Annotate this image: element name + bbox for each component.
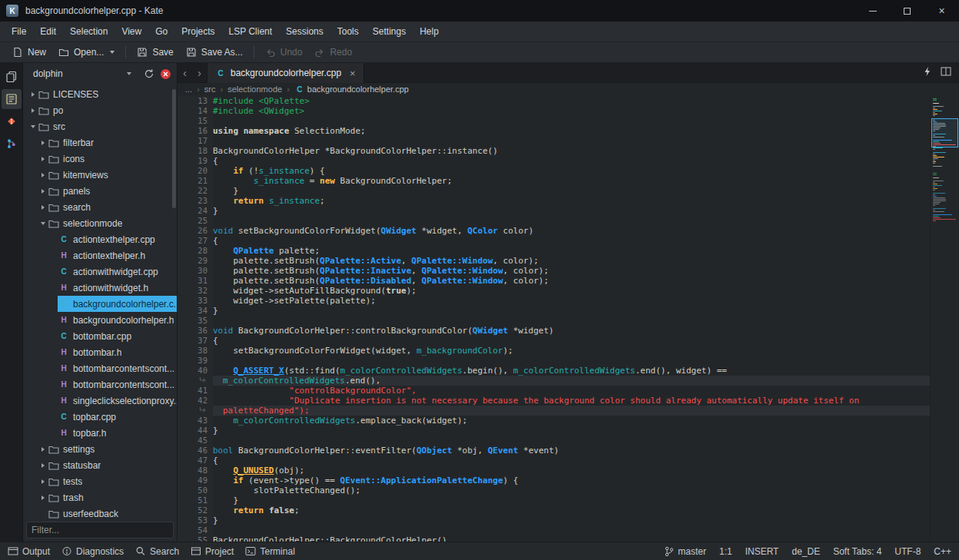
tree-folder-tests[interactable]: tests	[23, 473, 177, 489]
menu-sessions[interactable]: Sessions	[279, 23, 330, 40]
chevron-right-icon[interactable]	[38, 495, 48, 500]
tree-folder-panels[interactable]: panels	[23, 183, 177, 199]
tree-file-bottombar-cpp[interactable]: Cbottombar.cpp	[23, 328, 177, 344]
tab-back-button[interactable]: ‹	[178, 66, 192, 79]
tree-folder-kitemviews[interactable]: kitemviews	[23, 167, 177, 183]
menu-go[interactable]: Go	[148, 23, 174, 40]
tree-file-bottombar-h[interactable]: Hbottombar.h	[23, 344, 177, 360]
sidebar-tool-git[interactable]	[2, 111, 22, 131]
split-view-icon[interactable]	[941, 67, 951, 78]
tree-folder-search[interactable]: search	[23, 199, 177, 215]
status-1-1[interactable]: 1:1	[719, 546, 732, 557]
tree-folder-icons[interactable]: icons	[23, 151, 177, 167]
status-soft-tabs-4[interactable]: Soft Tabs: 4	[833, 546, 881, 557]
gutter[interactable]: 1314151617181920212223242526272829303132…	[178, 95, 213, 542]
menu-file[interactable]: File	[5, 23, 33, 40]
status-master[interactable]: master	[665, 546, 706, 557]
minimize-button[interactable]	[855, 0, 890, 22]
chevron-down-icon[interactable]	[38, 222, 48, 225]
code-lines[interactable]: #include <QPalette>#include <QWidget>usi…	[213, 95, 930, 542]
tree-file-backgroundcolorhelper-c[interactable]: Cbackgroundcolorhelper.c...	[23, 296, 177, 312]
status-insert[interactable]: INSERT	[745, 546, 779, 557]
minimap[interactable]	[930, 95, 959, 542]
statusbar-panel-project[interactable]: Project	[191, 546, 234, 557]
close-button[interactable]: ×	[924, 0, 959, 22]
tab-close-icon[interactable]: ×	[350, 68, 356, 79]
tree-item-label: backgroundcolorhelper.h	[73, 315, 174, 326]
quick-actions-icon[interactable]	[923, 66, 931, 79]
save-as-button[interactable]: Save As...	[180, 45, 249, 60]
tree-file-bottombarcontentscont[interactable]: Hbottombarcontentscont...	[23, 376, 177, 393]
chevron-right-icon[interactable]	[38, 157, 48, 161]
tree-file-actionwithwidget-cpp[interactable]: Cactionwithwidget.cpp	[23, 263, 177, 280]
chevron-down-icon[interactable]	[28, 125, 38, 128]
tab-backgroundcolorhelper-cpp[interactable]: Cbackgroundcolorhelper.cpp×	[207, 63, 364, 83]
tree-folder-userfeedback[interactable]: userfeedback	[23, 505, 177, 519]
menu-projects[interactable]: Projects	[174, 23, 221, 40]
tree-file-actiontexthelper-h[interactable]: Hactiontexthelper.h	[23, 247, 177, 263]
breadcrumb-item-src[interactable]: src	[204, 84, 216, 94]
menu-settings[interactable]: Settings	[366, 23, 413, 40]
tab-forward-button[interactable]: ›	[192, 66, 207, 79]
menu-lsp-client[interactable]: LSP Client	[222, 23, 279, 40]
tree-folder-licenses[interactable]: LICENSES	[23, 86, 177, 102]
sidebar-tool-projects[interactable]	[2, 89, 22, 109]
tree-file-actionwithwidget-h[interactable]: Hactionwithwidget.h	[23, 280, 177, 296]
tree-folder-src[interactable]: src	[23, 118, 177, 134]
statusbar-panel-diagnostics[interactable]: Diagnostics	[61, 546, 124, 557]
tree-folder-selectionmode[interactable]: selectionmode	[23, 215, 177, 231]
code-token: #include <QWidget>	[213, 106, 304, 116]
tree-folder-statusbar[interactable]: statusbar	[23, 457, 177, 473]
tree-file-singleclickselectionproxy[interactable]: Hsingleclickselectionproxy...	[23, 393, 177, 409]
minimap-viewport[interactable]	[931, 118, 958, 147]
statusbar-panel-output[interactable]: Output	[8, 546, 50, 557]
breadcrumb-item-backgroundcolorhelper-cpp[interactable]: Cbackgroundcolorhelper.cpp	[294, 84, 409, 94]
chevron-right-icon[interactable]	[38, 479, 48, 484]
chevron-right-icon[interactable]	[28, 108, 38, 113]
new-button[interactable]: New	[6, 45, 52, 60]
sidebar-tool-symbols[interactable]	[2, 134, 22, 154]
save-button[interactable]: Save	[131, 45, 179, 60]
project-selector[interactable]: dolphin	[28, 66, 138, 81]
tree-folder-trash[interactable]: trash	[23, 489, 177, 505]
chevron-right-icon[interactable]	[38, 189, 48, 194]
code-line	[213, 116, 930, 126]
breadcrumb-item-selectionmode[interactable]: selectionmode	[227, 84, 282, 94]
open-button[interactable]: Open...	[52, 45, 121, 60]
line-number: 21	[178, 176, 207, 186]
chevron-right-icon[interactable]	[38, 463, 48, 468]
chevron-right-icon[interactable]	[28, 92, 38, 97]
tree-folder-po[interactable]: po	[23, 102, 177, 118]
tree-folder-filterbar[interactable]: filterbar	[23, 134, 177, 151]
menu-tools[interactable]: Tools	[330, 23, 366, 40]
tree-file-bottombarcontentscont[interactable]: Hbottombarcontentscont...	[23, 360, 177, 376]
tree-file-actiontexthelper-cpp[interactable]: Cactiontexthelper.cpp	[23, 231, 177, 247]
menu-help[interactable]: Help	[413, 23, 446, 40]
tree-folder-settings[interactable]: settings	[23, 441, 177, 457]
chevron-right-icon[interactable]	[38, 205, 48, 210]
menu-edit[interactable]: Edit	[33, 23, 63, 40]
chevron-right-icon[interactable]	[38, 141, 48, 145]
tree-file-topbar-h[interactable]: Htopbar.h	[23, 425, 177, 441]
tree-file-backgroundcolorhelper-h[interactable]: Hbackgroundcolorhelper.h	[23, 312, 177, 328]
filter-input[interactable]	[26, 522, 174, 538]
close-document-icon[interactable]	[160, 68, 171, 80]
redo-button[interactable]: Redo	[308, 45, 358, 60]
tree-scrollbar[interactable]	[172, 89, 176, 208]
sidebar-tool-documents[interactable]	[2, 67, 22, 87]
chevron-right-icon[interactable]	[38, 173, 48, 177]
maximize-button[interactable]	[890, 0, 924, 22]
minimap-line	[933, 177, 939, 178]
chevron-right-icon[interactable]	[38, 447, 48, 452]
status-de-de[interactable]: de_DE	[791, 546, 820, 557]
tree-file-topbar-cpp[interactable]: Ctopbar.cpp	[23, 409, 177, 425]
status-utf-8[interactable]: UTF-8	[894, 546, 921, 557]
status-c[interactable]: C++	[934, 546, 951, 557]
statusbar-panel-search[interactable]: Search	[135, 546, 179, 557]
undo-button[interactable]: Undo	[259, 45, 309, 60]
breadcrumb-item-[interactable]: ...	[185, 84, 192, 94]
menu-selection[interactable]: Selection	[63, 23, 114, 40]
statusbar-panel-terminal[interactable]: Terminal	[245, 546, 294, 557]
menu-view[interactable]: View	[114, 23, 148, 40]
reload-project-icon[interactable]	[144, 68, 154, 79]
